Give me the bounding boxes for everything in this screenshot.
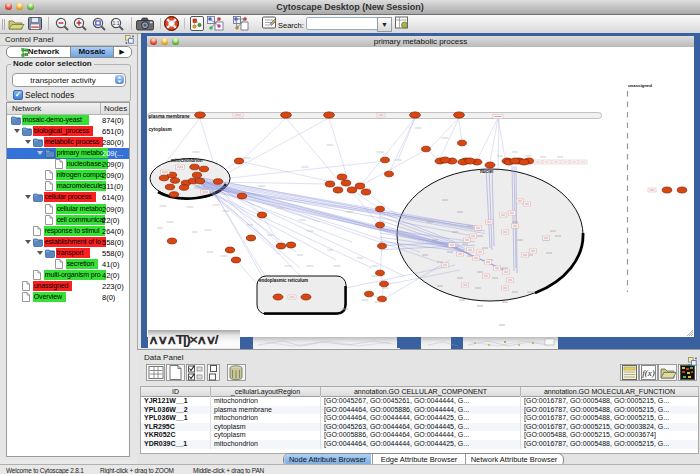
svg-text:endoplasmic reticulum: endoplasmic reticulum	[259, 278, 308, 283]
svg-text:plasma membrane: plasma membrane	[149, 114, 191, 119]
svg-text:cytoplasm: cytoplasm	[149, 127, 172, 132]
svg-text:1:1: 1:1	[113, 20, 120, 26]
svg-text:nuclei: nuclei	[480, 169, 493, 174]
svg-text:unassigned: unassigned	[628, 83, 652, 88]
svg-text:f(x): f(x)	[642, 368, 655, 378]
svg-text:mitochondrion: mitochondrion	[171, 158, 203, 163]
